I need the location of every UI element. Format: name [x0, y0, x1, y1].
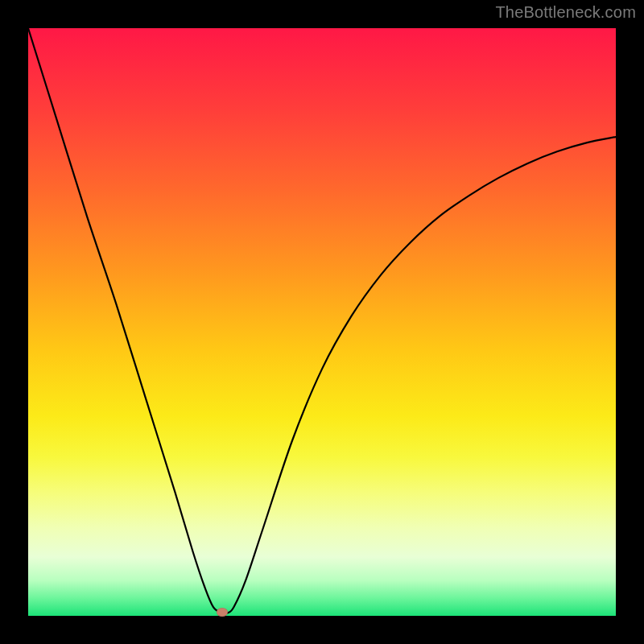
curve-svg — [28, 28, 616, 616]
plot-area — [28, 28, 616, 616]
bottleneck-curve — [28, 28, 616, 613]
watermark-text: TheBottleneck.com — [495, 3, 636, 22]
chart-stage: TheBottleneck.com — [0, 0, 644, 644]
